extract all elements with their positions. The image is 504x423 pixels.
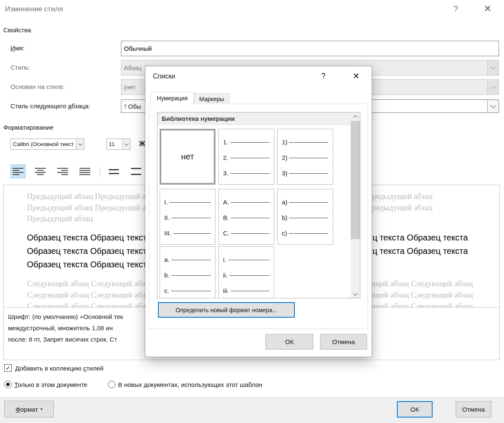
line-spacing-wide-button[interactable]: [129, 164, 144, 178]
tab-bullets[interactable]: Маркеры: [194, 93, 229, 104]
align-right-button[interactable]: [55, 164, 70, 178]
list-rule: [289, 233, 329, 234]
lists-dialog-title: Списки: [153, 73, 175, 80]
list-rule: [228, 260, 270, 260]
lists-ok-button[interactable]: ОК: [265, 334, 313, 350]
check-icon: ✓: [5, 365, 10, 371]
align-justify-button[interactable]: [77, 164, 92, 178]
chevron-down-icon[interactable]: [76, 139, 84, 149]
list-rule: [289, 173, 328, 174]
numbering-library-heading: Библиотека нумерации: [158, 112, 351, 125]
close-icon[interactable]: ✕: [481, 3, 494, 14]
tile-none[interactable]: нет: [160, 129, 215, 185]
align-justify-icon: [79, 168, 90, 175]
list-rule: [230, 142, 270, 143]
list-rule: [289, 142, 328, 143]
list-rule: [231, 202, 270, 203]
list-rule: [289, 158, 328, 158]
toolbar-divider: [100, 167, 100, 177]
align-left-icon: [13, 168, 24, 175]
list-rule: [230, 158, 270, 158]
cancel-button[interactable]: Отмена: [456, 401, 491, 418]
tile-roman-upper[interactable]: I. II. III.: [160, 189, 215, 245]
list-rule: [173, 233, 211, 234]
modify-style-dialog: Изменение стиля ? ✕ Свойства Имя: Стиль:…: [0, 0, 504, 423]
radio-only-this-document-label: Только в этом документе: [14, 381, 87, 388]
radio-new-documents[interactable]: [108, 381, 116, 388]
scroll-up-icon[interactable]: [351, 112, 360, 121]
ok-button[interactable]: ОК: [397, 401, 433, 418]
tile-alpha-upper[interactable]: A. B. C.: [218, 189, 274, 245]
list-rule: [231, 233, 270, 234]
name-label: Имя:: [10, 44, 24, 52]
list-rule: [169, 202, 211, 203]
lists-cancel-button[interactable]: Отмена: [320, 334, 367, 350]
bold-button[interactable]: Ж: [139, 140, 145, 148]
library-scrollbar[interactable]: [351, 112, 360, 298]
list-rule: [289, 202, 328, 203]
close-icon[interactable]: ✕: [350, 71, 362, 81]
format-menu-button[interactable]: Формат ▾: [4, 401, 54, 418]
font-size-combo[interactable]: 11: [106, 138, 131, 150]
add-to-gallery-label: Добавить в коллекцию стилей: [15, 365, 103, 372]
properties-heading: Свойства: [3, 26, 31, 34]
scrollbar-thumb[interactable]: [351, 121, 360, 239]
add-to-gallery-checkbox[interactable]: ✓: [4, 364, 12, 372]
font-size-value: 11: [107, 141, 115, 147]
list-rule: [171, 275, 211, 276]
list-rule: [171, 218, 211, 218]
list-rule: [229, 275, 270, 276]
list-rule: [171, 260, 211, 260]
radio-only-this-document[interactable]: [4, 381, 12, 388]
radio-dot: [6, 383, 10, 386]
dialog-title: Изменение стиля: [5, 5, 63, 13]
style-type-value: Абзац: [121, 64, 142, 71]
help-icon[interactable]: ?: [450, 4, 461, 14]
chevron-down-icon: [487, 60, 499, 75]
list-rule: [171, 291, 211, 291]
formatting-heading: Форматирование: [3, 124, 54, 131]
line-spacing-single-button[interactable]: [106, 164, 121, 178]
define-new-number-format-button[interactable]: Определить новый формат номера...: [158, 302, 295, 318]
tile-roman-lower[interactable]: i. ii. iii.: [218, 246, 274, 298]
numbering-library: Библиотека нумерации нет 1. 2. 3. 1) 2) …: [157, 112, 360, 298]
align-left-button[interactable]: [10, 164, 26, 178]
align-center-button[interactable]: [33, 164, 48, 178]
lists-dialog: Списки ? ✕ Нумерация Маркеры Библиотека …: [145, 66, 372, 357]
next-style-value: Обы: [128, 103, 141, 110]
pilcrow-icon: ¶: [124, 103, 127, 110]
based-on-value: (нет: [121, 84, 136, 91]
radio-new-documents-label: В новых документах, использующих этот ша…: [118, 381, 262, 388]
next-style-label: Стиль следующего абзаца:: [10, 102, 90, 110]
align-right-icon: [57, 168, 68, 175]
line-spacing-single-icon: [109, 169, 119, 174]
list-rule: [231, 218, 270, 218]
tile-numbers-dot[interactable]: 1. 2. 3.: [218, 129, 274, 185]
tile-numbers-paren[interactable]: 1) 2) 3): [277, 129, 333, 185]
based-on-label: Основан на стиле:: [10, 83, 65, 90]
list-rule: [231, 291, 270, 291]
chevron-down-icon[interactable]: [487, 100, 499, 112]
scroll-down-icon[interactable]: [351, 290, 360, 298]
align-center-icon: [35, 168, 46, 175]
tile-alpha-paren[interactable]: a) b) c): [277, 189, 333, 245]
name-input[interactable]: [121, 41, 499, 56]
style-type-label: Стиль:: [10, 64, 30, 71]
list-rule: [289, 218, 328, 218]
tab-numbering[interactable]: Нумерация: [150, 92, 194, 104]
help-icon[interactable]: ?: [318, 72, 328, 81]
font-name-value: Calibri (Основной текст: [11, 141, 74, 147]
font-name-combo[interactable]: Calibri (Основной текст: [10, 138, 84, 150]
list-rule: [230, 173, 270, 174]
chevron-down-icon: [487, 80, 499, 94]
line-spacing-wide-icon: [131, 168, 141, 175]
dropdown-arrow-icon: ▾: [40, 407, 42, 411]
tile-alpha-lower[interactable]: a. b. c.: [160, 246, 215, 298]
chevron-down-icon[interactable]: [122, 139, 130, 149]
